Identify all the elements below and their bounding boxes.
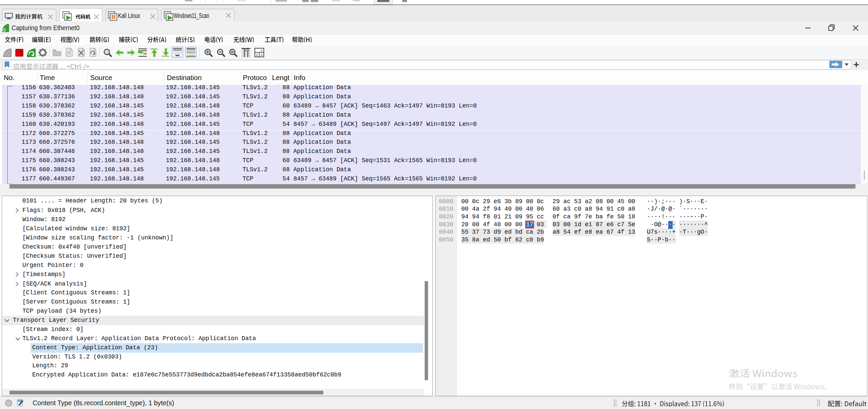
svg-text:2: 2: [256, 53, 258, 57]
svg-text:1: 1: [261, 48, 263, 52]
svg-text:3: 3: [261, 53, 263, 57]
